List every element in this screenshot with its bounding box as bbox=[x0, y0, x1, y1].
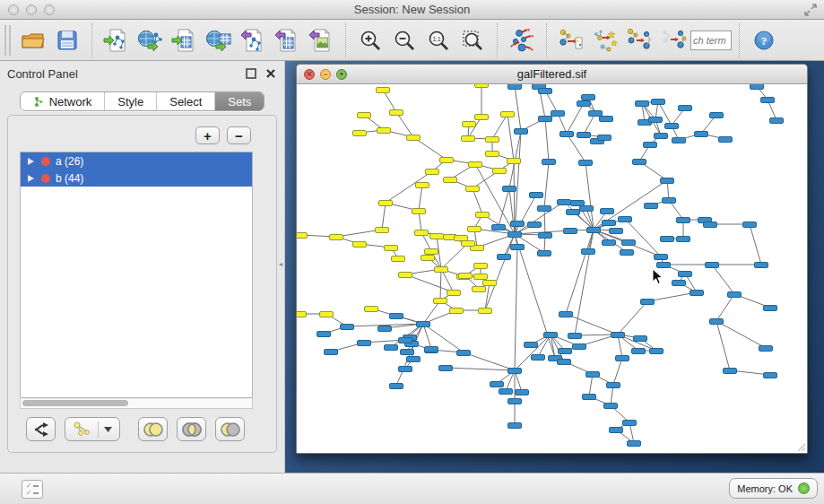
graph-node-blue[interactable] bbox=[599, 116, 613, 122]
remove-set-button[interactable]: − bbox=[227, 126, 251, 144]
network-window[interactable]: ✕ − + galFiltered.sif bbox=[296, 64, 808, 454]
memory-status-button[interactable]: Memory: OK bbox=[729, 478, 818, 499]
graph-node-yellow[interactable] bbox=[467, 226, 481, 232]
graph-node-blue[interactable] bbox=[690, 290, 704, 296]
task-history-button[interactable]: ✓ ✓ bbox=[22, 480, 43, 499]
graph-node-yellow[interactable] bbox=[492, 168, 507, 174]
graph-node-blue[interactable] bbox=[627, 440, 641, 447]
graph-node-yellow[interactable] bbox=[429, 233, 444, 239]
graph-node-blue[interactable] bbox=[672, 137, 686, 143]
graph-node-blue[interactable] bbox=[497, 254, 511, 260]
add-set-button[interactable]: + bbox=[195, 126, 220, 144]
graph-node-blue[interactable] bbox=[456, 350, 471, 356]
graph-node-blue[interactable] bbox=[648, 117, 663, 123]
graph-node-blue[interactable] bbox=[760, 97, 775, 103]
window-titlebar[interactable]: Session: New Session bbox=[0, 0, 824, 20]
open-session-button[interactable] bbox=[16, 23, 50, 57]
graph-node-blue[interactable] bbox=[609, 427, 623, 433]
graph-node-blue[interactable] bbox=[718, 136, 733, 143]
graph-node-blue[interactable] bbox=[340, 324, 354, 330]
graph-node-blue[interactable] bbox=[424, 346, 438, 352]
close-panel-icon[interactable] bbox=[265, 67, 277, 80]
graph-node-blue[interactable] bbox=[563, 228, 577, 234]
graph-node-yellow[interactable] bbox=[415, 182, 429, 188]
graph-node-blue[interactable] bbox=[705, 262, 719, 268]
graph-node-yellow[interactable] bbox=[357, 112, 371, 118]
graph-node-blue[interactable] bbox=[578, 160, 593, 166]
graph-node-blue[interactable] bbox=[502, 186, 516, 192]
graph-node-yellow[interactable] bbox=[329, 234, 343, 240]
graph-node-yellow[interactable] bbox=[398, 272, 412, 278]
graph-node-blue[interactable] bbox=[660, 236, 674, 242]
graph-node-blue[interactable] bbox=[742, 222, 757, 228]
graph-node-blue[interactable] bbox=[524, 342, 538, 348]
graph-node-blue[interactable] bbox=[537, 250, 551, 256]
graph-node-blue[interactable] bbox=[527, 222, 542, 228]
graph-node-blue[interactable] bbox=[566, 209, 580, 215]
graph-node-blue[interactable] bbox=[507, 368, 522, 374]
graph-node-yellow[interactable] bbox=[424, 248, 438, 255]
graph-node-blue[interactable] bbox=[514, 128, 528, 135]
graph-node-blue[interactable] bbox=[507, 422, 522, 429]
graph-node-blue[interactable] bbox=[676, 236, 690, 242]
graph-node-blue[interactable] bbox=[631, 348, 646, 354]
graph-node-blue[interactable] bbox=[398, 337, 412, 343]
graph-node-blue[interactable] bbox=[703, 222, 717, 228]
intersection-button[interactable] bbox=[177, 417, 206, 441]
graph-node-yellow[interactable] bbox=[352, 130, 367, 136]
save-session-button[interactable] bbox=[50, 23, 84, 57]
graph-node-blue[interactable] bbox=[662, 197, 676, 204]
graph-node-yellow[interactable] bbox=[425, 169, 439, 175]
graph-node-blue[interactable] bbox=[400, 349, 414, 355]
graph-node-blue[interactable] bbox=[537, 205, 551, 212]
graph-node-yellow[interactable] bbox=[297, 232, 308, 239]
graph-node-blue[interactable] bbox=[654, 254, 668, 260]
graph-node-blue[interactable] bbox=[317, 331, 331, 337]
hide-selection-button[interactable] bbox=[622, 23, 656, 57]
dropdown-arrow-icon[interactable] bbox=[104, 427, 112, 432]
graph-node-blue[interactable] bbox=[551, 110, 565, 117]
graph-node-blue[interactable] bbox=[538, 232, 552, 239]
graph-node-blue[interactable] bbox=[384, 344, 398, 351]
export-image-button[interactable] bbox=[304, 23, 338, 57]
graph-node-blue[interactable] bbox=[759, 345, 773, 352]
graph-node-blue[interactable] bbox=[491, 224, 506, 230]
show-all-button[interactable] bbox=[656, 23, 690, 57]
graph-node-blue[interactable] bbox=[676, 217, 690, 223]
graph-node-blue[interactable] bbox=[622, 420, 637, 426]
resize-grip-icon[interactable] bbox=[795, 441, 806, 452]
graph-node-blue[interactable] bbox=[529, 192, 543, 198]
graph-node-blue[interactable] bbox=[603, 403, 618, 409]
graph-node-blue[interactable] bbox=[664, 123, 679, 129]
graph-node-blue[interactable] bbox=[581, 248, 595, 255]
graph-node-yellow[interactable] bbox=[473, 274, 488, 280]
apply-layout-button[interactable] bbox=[505, 23, 539, 57]
graph-node-yellow[interactable] bbox=[461, 240, 475, 247]
graph-node-yellow[interactable] bbox=[474, 84, 489, 88]
graph-node-blue[interactable] bbox=[585, 371, 600, 378]
graph-node-blue[interactable] bbox=[538, 116, 552, 122]
graph-node-yellow[interactable] bbox=[439, 157, 454, 163]
graph-node-blue[interactable] bbox=[416, 321, 430, 327]
graph-node-blue[interactable] bbox=[579, 205, 594, 212]
difference-button[interactable] bbox=[215, 417, 245, 441]
zoom-actual-size-button[interactable]: 1:1 bbox=[421, 23, 455, 57]
graph-node-yellow[interactable] bbox=[434, 266, 448, 273]
graph-node-blue[interactable] bbox=[635, 100, 649, 107]
graph-node-yellow[interactable] bbox=[377, 127, 391, 134]
graph-node-blue[interactable] bbox=[577, 132, 591, 138]
graph-node-blue[interactable] bbox=[581, 94, 595, 100]
graph-node-blue[interactable] bbox=[557, 199, 571, 205]
set-row-a[interactable]: a (26) bbox=[21, 152, 252, 169]
network-canvas[interactable] bbox=[297, 84, 807, 453]
graph-node-yellow[interactable] bbox=[449, 308, 464, 314]
graph-node-blue[interactable] bbox=[490, 381, 504, 387]
import-table-file-button[interactable] bbox=[168, 23, 202, 57]
export-network-button[interactable] bbox=[236, 23, 270, 57]
graph-node-blue[interactable] bbox=[656, 262, 671, 268]
expand-triangle-icon[interactable] bbox=[28, 158, 34, 165]
graph-node-blue[interactable] bbox=[649, 348, 664, 354]
graph-node-blue[interactable] bbox=[633, 335, 647, 342]
import-network-file-button[interactable] bbox=[100, 23, 134, 57]
graph-node-blue[interactable] bbox=[531, 354, 545, 361]
